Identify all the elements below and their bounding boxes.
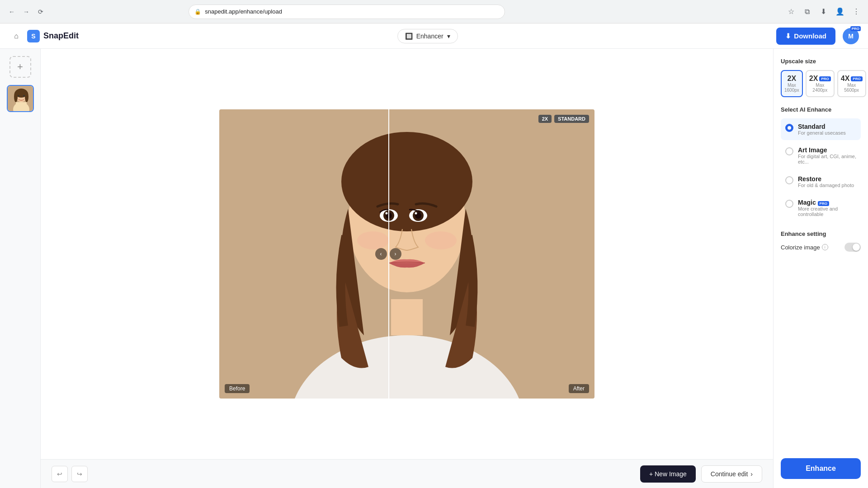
plus-icon: + [17,61,23,73]
upscale-2x-option[interactable]: 2X Max 1600px [781,70,803,97]
enhance-option-standard[interactable]: Standard For general usecases [781,118,861,140]
divider-handle[interactable]: ‹ › [375,248,401,260]
enhance-setting-title: Enhance setting [781,230,861,237]
continue-edit-button[interactable]: Continue edit › [701,465,762,483]
restore-option-name: Restore [798,175,854,183]
radio-restore [785,176,793,184]
redo-button[interactable]: ↪ [71,466,88,482]
colorize-label-text: Colorize image [781,244,820,251]
extensions-icon[interactable]: ⧉ [801,5,814,18]
enhance-option-art-content: Art Image For digital art, CGI, anime, e… [798,146,856,164]
enhance-option-restore-content: Restore For old & damaged photo [798,175,854,188]
browser-nav-buttons: ← → ⟳ [5,5,47,18]
bottom-right-buttons: + New Image Continue edit › [640,465,762,483]
upscale-2x-pro-max: Max 2400px [809,83,831,93]
canvas-area: ‹ › 2X STANDARD Before After [41,49,773,459]
chevron-right-icon: › [750,470,753,478]
upscale-size-title: Upscale size [781,58,861,65]
chevron-down-icon: ▾ [447,33,450,40]
image-compare-container: ‹ › 2X STANDARD Before After [219,109,594,399]
upscale-2x-max: Max 1600px [784,83,799,93]
header-right: ⬇ Download M PRO [776,28,859,45]
logo-letter: S [31,33,35,40]
avatar[interactable]: M PRO [843,28,859,44]
thumbnail-image [8,86,34,112]
avatar-letter: M [848,33,854,40]
right-panel: Upscale size 2X Max 1600px 2X PRO Max 24… [773,49,868,488]
enhancer-dropdown-button[interactable]: 🔲 Enhancer ▾ [397,29,458,43]
download-label: Download [794,32,826,40]
bookmark-icon[interactable]: ☆ [785,5,797,18]
svg-rect-11 [391,299,423,335]
before-label: Before [225,384,250,393]
enhance-option-magic-content: Magic PRO More creative and controllable [798,199,856,217]
radio-standard [785,124,793,132]
svg-point-8 [23,95,25,97]
2x-badge: 2X [538,115,552,123]
radio-art [785,147,793,155]
app-body: + [0,49,868,488]
restore-option-desc: For old & damaged photo [798,183,854,188]
svg-point-14 [341,132,472,231]
enhance-option-restore[interactable]: Restore For old & damaged photo [781,171,861,192]
app-header: ⌂ S SnapEdit 🔲 Enhancer ▾ ⬇ Download M P… [0,23,868,49]
undo-button[interactable]: ↩ [52,466,68,482]
radio-inner-standard [788,126,791,130]
main-image [219,109,594,399]
enhance-option-art[interactable]: Art Image For digital art, CGI, anime, e… [781,142,861,169]
colorize-row: Colorize image i [781,243,861,252]
after-label: After [569,384,589,393]
new-image-button[interactable]: + New Image [640,465,696,483]
info-icon[interactable]: i [822,244,828,250]
spacer [781,252,861,458]
radio-magic [785,200,793,208]
colorize-toggle[interactable] [844,243,861,252]
colorize-label: Colorize image i [781,244,828,251]
magic-option-name: Magic PRO [798,199,856,206]
art-option-name: Art Image [798,146,856,154]
svg-point-24 [425,231,457,249]
svg-point-21 [386,212,388,215]
enhance-button[interactable]: Enhance [781,458,861,479]
download-manager-icon[interactable]: ⬇ [817,5,830,18]
pro-tag-2: PRO [851,76,862,81]
add-image-button[interactable]: + [9,56,31,78]
svg-point-7 [18,95,19,97]
app-container: ⌂ S SnapEdit 🔲 Enhancer ▾ ⬇ Download M P… [0,23,868,488]
magic-pro-tag: PRO [818,201,829,206]
upscale-4x-max: Max 5600px [841,83,863,93]
left-sidebar: + [0,49,41,488]
back-button[interactable]: ← [5,5,18,18]
upscale-2x-pro-option[interactable]: 2X PRO Max 2400px [806,70,835,97]
refresh-button[interactable]: ⟳ [34,5,47,18]
right-arrow-button[interactable]: › [390,248,401,260]
menu-icon[interactable]: ⋮ [850,5,863,18]
upscale-2x-pro-label: 2X PRO [809,75,831,83]
enhance-option-magic[interactable]: Magic PRO More creative and controllable [781,194,861,221]
address-bar[interactable]: 🔒 snapedit.app/enhance/upload [189,5,505,19]
magic-option-desc: More creative and controllable [798,206,856,217]
enhance-option-standard-content: Standard For general usecases [798,123,846,136]
new-image-label: + New Image [649,470,687,478]
download-icon: ⬇ [785,32,791,40]
home-button[interactable]: ⌂ [9,29,24,43]
enhancer-label: Enhancer [416,33,443,40]
standard-option-name: Standard [798,123,846,130]
pro-badge: PRO [850,26,861,31]
logo-area: ⌂ S SnapEdit [9,29,79,43]
left-arrow-button[interactable]: ‹ [375,248,387,260]
upscale-4x-label: 4X PRO [841,75,863,83]
art-option-desc: For digital art, CGI, anime, etc... [798,154,856,164]
pro-tag-1: PRO [819,76,830,81]
profile-icon[interactable]: 👤 [834,5,846,18]
svg-point-5 [14,91,18,102]
forward-button[interactable]: → [20,5,33,18]
upscale-2x-label: 2X [784,75,799,83]
upscale-4x-option[interactable]: 4X PRO Max 5600px [837,70,866,97]
url-text: snapedit.app/enhance/upload [205,8,282,15]
download-button[interactable]: ⬇ Download [776,28,835,45]
svg-point-23 [357,231,389,249]
standard-option-desc: For general usecases [798,130,846,136]
lock-icon: 🔒 [194,9,201,15]
image-thumbnail[interactable] [7,85,34,112]
